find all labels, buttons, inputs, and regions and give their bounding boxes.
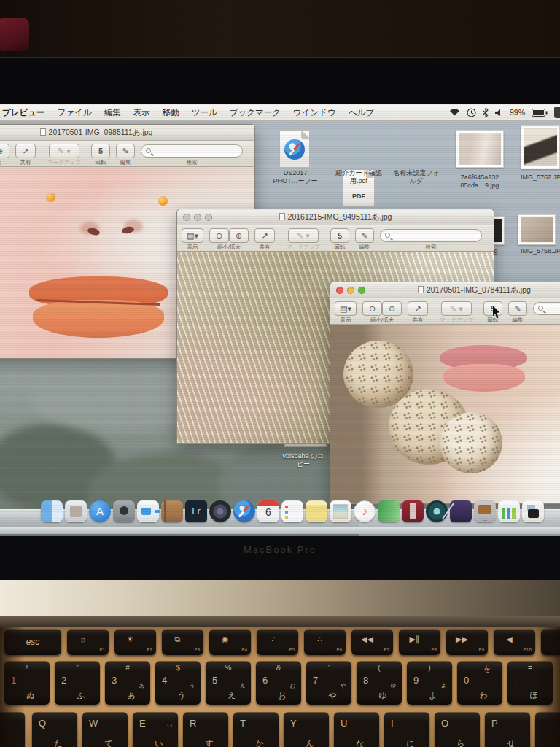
zoom-in-button[interactable]: ⊕: [382, 301, 402, 316]
zoom-out-button[interactable]: ⊖: [209, 228, 229, 243]
dock-icon-lightroom[interactable]: Lr: [185, 500, 207, 522]
search-field[interactable]: [141, 144, 243, 158]
minimize-button[interactable]: [347, 287, 354, 294]
menu-help[interactable]: ヘルプ: [349, 107, 374, 118]
dock-icon-mail[interactable]: [65, 500, 87, 522]
document-icon: [40, 128, 46, 136]
volume-icon[interactable]: [495, 109, 503, 117]
input-source-icon[interactable]: [554, 107, 560, 118]
window-titlebar[interactable]: 20170501-IMG_0985111あ.jpg: [0, 125, 254, 141]
bluetooth-icon[interactable]: [483, 108, 489, 117]
menu-window[interactable]: ウインドウ: [293, 107, 336, 118]
wifi-icon[interactable]: [449, 108, 460, 117]
keycap-kana: せ: [492, 738, 530, 747]
keycap-number: 2: [61, 675, 66, 686]
view-label: 表示: [341, 317, 351, 324]
dock-icon-ink-pen-app[interactable]: [450, 500, 472, 522]
share-button[interactable]: ↗: [408, 301, 428, 316]
keycap-kana: あ: [105, 690, 158, 701]
edit-button[interactable]: ✎: [116, 144, 135, 158]
dock-icon-itunes[interactable]: [354, 500, 376, 522]
preview-window-3[interactable]: 20170501-IMG_0784111あ.jpg ▤▾ 表示 ⊖ ⊕ 縮小/拡…: [330, 282, 560, 504]
minimize-button[interactable]: [194, 214, 201, 221]
share-button[interactable]: ↗: [254, 228, 275, 243]
keycap-letter: E: [139, 718, 146, 729]
dock-icon-preview[interactable]: [522, 500, 544, 522]
menu-file[interactable]: ファイル: [58, 107, 92, 118]
close-button[interactable]: [183, 214, 190, 221]
dock-icon-notes[interactable]: [306, 500, 327, 522]
key-q: Qた: [32, 712, 77, 747]
markup-button[interactable]: ✎ ▾: [49, 144, 79, 158]
macbook-brand-text: MacBook Pro: [0, 544, 560, 555]
edit-button[interactable]: ✎: [508, 301, 527, 316]
desktop-icon-image-7a6f[interactable]: [456, 130, 504, 168]
thumbnail-beige: [521, 217, 553, 242]
dock-icon-finder[interactable]: [41, 500, 63, 522]
menu-tools[interactable]: ツール: [192, 107, 217, 118]
view-button[interactable]: ▤▾: [182, 228, 203, 243]
zoom-out-button[interactable]: ⊖: [362, 301, 382, 316]
menu-view[interactable]: 表示: [133, 107, 150, 118]
thumbnail-person: [459, 133, 501, 165]
keycap-kana: え: [206, 690, 258, 701]
key-f10: ◀F10: [494, 629, 535, 655]
menu-app-preview[interactable]: プレビュー: [2, 107, 45, 118]
dock-icon-reminders[interactable]: [281, 500, 303, 522]
edit-button[interactable]: ✎: [355, 228, 374, 243]
battery-icon[interactable]: [532, 109, 548, 117]
zoom-in-button[interactable]: ⊕: [229, 228, 249, 243]
label-line: DS2017: [284, 169, 308, 177]
label-line: vbisbaha のコ: [283, 452, 324, 460]
dock-icon-iphoto[interactable]: [330, 500, 351, 522]
dock-icon-keynote[interactable]: [474, 500, 496, 522]
dock-icon-camera-lens-app[interactable]: [209, 500, 231, 522]
key-e: Eぃい: [133, 712, 178, 747]
dock-icon-facetime[interactable]: [137, 500, 159, 522]
safari-compass-icon: [284, 139, 305, 160]
dock-icon-calendar[interactable]: 6: [257, 500, 279, 522]
dock-icon-safari[interactable]: [233, 500, 255, 522]
rotate-button[interactable]: 5: [91, 144, 110, 158]
key-o: Oら: [435, 712, 480, 747]
keycap-number: -: [514, 675, 517, 686]
key-f9: ▶▶F9: [446, 629, 488, 655]
desktop-icon-image-5762[interactable]: [521, 125, 560, 169]
calendar-day: 6: [257, 506, 279, 518]
traffic-lights[interactable]: [336, 287, 365, 294]
key-4: $4ぅう: [155, 661, 201, 705]
dock-icon-green-book-app[interactable]: [378, 500, 400, 522]
menu-go[interactable]: 移動: [163, 107, 179, 118]
label-line: 紹介カード確認: [335, 169, 381, 177]
menu-bookmarks[interactable]: ブックマーク: [230, 107, 281, 118]
dock-icon-app-store[interactable]: [89, 500, 111, 522]
menu-status-area: 99%: [449, 107, 560, 118]
dock-icon-numbers[interactable]: [498, 500, 520, 522]
markup-button[interactable]: ✎ ▾: [441, 301, 472, 316]
fn-label: F2: [147, 647, 152, 652]
rotate-button[interactable]: 5: [330, 228, 349, 243]
menu-edit[interactable]: 編集: [104, 107, 121, 118]
edit-label: 編集: [359, 244, 370, 251]
desktop-icon-image-5758[interactable]: [518, 214, 556, 245]
dock-icon-camera-app[interactable]: [113, 500, 135, 522]
dock-icon-time-machine[interactable]: [426, 500, 448, 522]
dock-icons: Lr 6: [41, 500, 544, 522]
window-titlebar[interactable]: 20170501-IMG_0784111あ.jpg: [330, 282, 560, 298]
window-titlebar[interactable]: 20161215-IMG_9495111あ.jpg: [177, 209, 494, 225]
zoom-button[interactable]: [358, 287, 365, 294]
markup-button[interactable]: ✎ ▾: [288, 228, 319, 243]
close-button[interactable]: [336, 287, 343, 294]
dock-icon-contacts[interactable]: [161, 500, 183, 522]
search-field[interactable]: [533, 302, 560, 315]
dock-icon-photo-booth[interactable]: [402, 500, 424, 522]
search-field[interactable]: [380, 229, 482, 242]
label-line: 名称未設定フォ: [393, 169, 439, 177]
document-icon: [279, 213, 285, 220]
desktop-icon-safari-document[interactable]: [279, 130, 310, 168]
clock-icon[interactable]: [467, 108, 476, 117]
zoom-in-button[interactable]: ⊕: [0, 144, 9, 158]
share-button[interactable]: ↗: [15, 144, 36, 158]
view-button[interactable]: ▤▾: [335, 301, 357, 316]
keycap-number: 0: [464, 675, 469, 686]
